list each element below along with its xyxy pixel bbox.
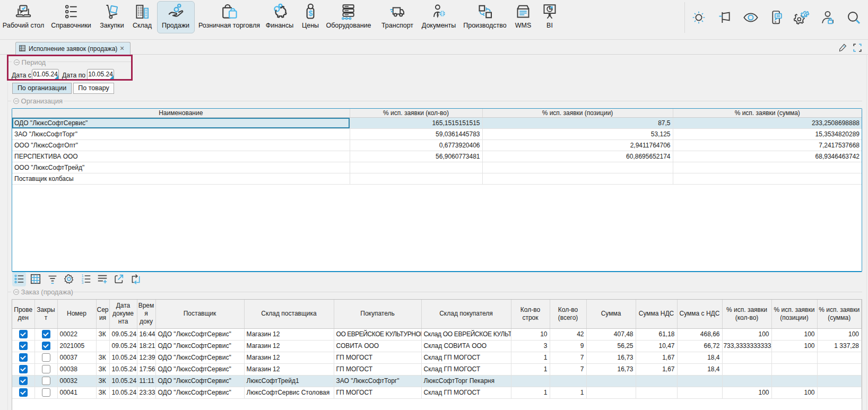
svg-text:$: $: [308, 9, 313, 18]
svg-text:3: 3: [82, 281, 84, 284]
